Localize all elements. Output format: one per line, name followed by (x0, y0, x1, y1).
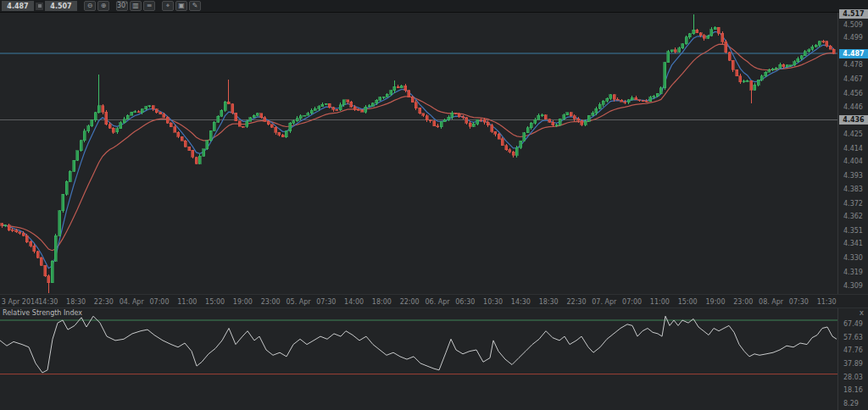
trading-platform-window: 4.487 4.507 ⊖⊕ 30'▥≡ ⌖▣✎ 4.5094.4994.478… (0, 0, 868, 410)
time-axis-label: 07:00 (149, 298, 169, 306)
time-axis-label: 11:00 (650, 298, 670, 306)
chart-type-icon[interactable]: ▥ (130, 1, 142, 11)
rsi-axis-label: 37.89 (843, 360, 863, 368)
spread-icon (36, 3, 43, 10)
zoom-in-icon[interactable]: ⊕ (97, 1, 109, 11)
price-axis-label: 4.383 (843, 186, 863, 193)
time-axis-label: 18:30 (539, 298, 559, 306)
timeframe-30min-icon[interactable]: 30' (116, 1, 128, 11)
rsi-title: Relative Strength Index (3, 309, 82, 317)
price-axis-label: 4.467 (843, 75, 863, 83)
time-axis-label: 23:00 (733, 298, 753, 306)
rsi-close-icon[interactable]: x (860, 308, 864, 317)
toolbar-tools-group: ⌖▣✎ (162, 1, 201, 11)
time-axis-label: 19:00 (705, 298, 725, 306)
sell-price-button[interactable]: 4.487 (2, 1, 34, 11)
price-axis-label: 4.456 (843, 90, 863, 97)
time-axis-label: 07. Apr (592, 298, 616, 306)
price-axis-label: 4.425 (843, 130, 863, 138)
time-axis-label: 06. Apr (425, 298, 449, 306)
time-axis[interactable]: 3 Apr 201414:3018:3022:3004. Apr07:0011:… (0, 294, 868, 308)
time-axis-label: 05. Apr (286, 298, 310, 306)
time-axis-label: 15:00 (678, 298, 698, 306)
time-axis-label: 3 Apr 2014 (2, 298, 39, 306)
buy-price-button[interactable]: 4.507 (45, 1, 77, 11)
price-axis-label: 4.341 (843, 240, 863, 247)
price-axis-label: 4.372 (843, 200, 863, 208)
time-axis-label: 11:30 (817, 298, 837, 306)
price-axis-label: 4.362 (843, 213, 863, 220)
rsi-canvas[interactable] (0, 308, 837, 410)
time-axis-label: 18:30 (66, 298, 86, 306)
price-axis-label: 4.319 (843, 269, 863, 276)
price-axis-label: 4.330 (843, 254, 863, 262)
price-axis-label: 4.499 (843, 34, 863, 42)
price-axis-label: 4.393 (843, 172, 863, 180)
rsi-indicator-panel[interactable]: Relative Strength Index x 67.4957.6347.7… (0, 308, 868, 410)
time-axis-label: 10:30 (483, 298, 503, 306)
time-axis-label: 18:00 (372, 298, 392, 306)
rsi-axis: x 67.4957.6347.7637.8928.0318.168.29 (837, 308, 868, 410)
draw-pencil-icon[interactable]: ✎ (189, 1, 201, 11)
time-axis-label: 07:00 (622, 298, 642, 306)
current-price-tag: 4.487 (839, 49, 868, 58)
time-axis-label: 23:00 (261, 298, 281, 306)
candles-canvas[interactable] (0, 13, 837, 294)
price-axis-label: 4.414 (843, 145, 863, 152)
session-high-price-tag: 4.517 (839, 9, 868, 19)
price-axis-label: 4.509 (843, 21, 863, 29)
time-axis-label: 11:00 (177, 298, 197, 306)
time-axis-label: 07:30 (789, 298, 809, 306)
toolbar-view-group: 30'▥≡ (116, 1, 155, 11)
crosshair-icon[interactable]: ⌖ (162, 1, 174, 11)
time-axis-label: 07:30 (316, 298, 336, 306)
menu-icon[interactable]: ≡ (143, 1, 155, 11)
time-axis-label: 22:30 (566, 298, 586, 306)
price-axis-label: 4.404 (843, 158, 863, 165)
price-axis-label: 4.446 (843, 103, 863, 111)
time-axis-label: 14:30 (511, 298, 531, 306)
chart-toolbar: 4.487 4.507 ⊖⊕ 30'▥≡ ⌖▣✎ (0, 0, 868, 13)
toolbar-zoom-group: ⊖⊕ (84, 1, 109, 11)
price-axis-label: 4.478 (843, 61, 863, 69)
zoom-out-icon[interactable]: ⊖ (84, 1, 96, 11)
time-axis-label: 22:30 (94, 298, 114, 306)
time-axis-label: 14:00 (344, 298, 364, 306)
rsi-axis-label: 57.63 (843, 334, 863, 341)
price-axis-label: 4.309 (843, 282, 863, 290)
time-axis-label: 08. Apr (759, 298, 783, 306)
mid-level-price-tag: 4.436 (839, 115, 868, 125)
time-axis-label: 19:00 (233, 298, 253, 306)
time-axis-label: 06:30 (455, 298, 475, 306)
rsi-axis-label: 47.76 (843, 346, 863, 354)
rsi-axis-label: 18.16 (843, 386, 863, 394)
rsi-axis-label: 28.03 (843, 374, 863, 381)
time-axis-label: 22:00 (400, 298, 420, 306)
rsi-axis-label: 8.29 (843, 400, 859, 407)
time-axis-label: 04. Apr (120, 298, 144, 306)
annotate-icon[interactable]: ▣ (175, 1, 187, 11)
time-axis-label: 14:30 (38, 298, 58, 306)
price-axis-label: 4.351 (843, 227, 863, 235)
candlestick-chart-panel[interactable]: 4.5094.4994.4784.4674.4564.4464.4254.414… (0, 13, 868, 294)
time-axis-label: 15:00 (205, 298, 225, 306)
rsi-axis-label: 67.49 (843, 320, 863, 328)
